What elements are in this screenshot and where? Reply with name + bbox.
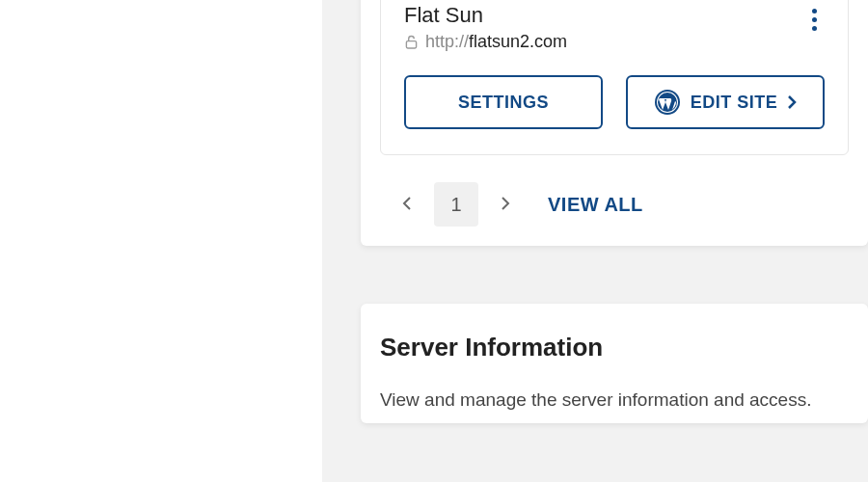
sites-panel: Flat Sun http://flatsun2.com	[361, 0, 868, 246]
prev-page-button[interactable]	[390, 187, 424, 222]
settings-button-label: SETTINGS	[458, 93, 549, 113]
site-card: Flat Sun http://flatsun2.com	[380, 0, 849, 155]
site-url-scheme: http://	[425, 32, 469, 51]
server-info-panel: Server Information View and manage the s…	[361, 304, 868, 423]
edit-site-button[interactable]: EDIT SITE	[626, 75, 825, 129]
settings-button[interactable]: SETTINGS	[404, 75, 603, 129]
current-page-indicator: 1	[434, 182, 478, 227]
site-actions-row: SETTINGS EDIT SITE	[404, 75, 825, 129]
main-column: Flat Sun http://flatsun2.com	[322, 0, 868, 482]
chevron-right-icon	[501, 196, 510, 214]
site-url-host: flatsun2.com	[469, 32, 567, 51]
kebab-dot-icon	[812, 26, 817, 31]
chevron-right-icon	[787, 94, 797, 110]
kebab-dot-icon	[812, 9, 817, 13]
svg-rect-0	[406, 41, 416, 48]
site-url[interactable]: http://flatsun2.com	[425, 32, 567, 52]
wordpress-icon	[654, 89, 681, 116]
pagination: 1 VIEW ALL	[390, 182, 839, 227]
view-all-link[interactable]: VIEW ALL	[548, 194, 643, 216]
server-info-description: View and manage the server information a…	[380, 388, 849, 414]
more-options-button[interactable]	[804, 5, 825, 35]
left-gutter	[0, 0, 322, 482]
chevron-left-icon	[402, 196, 412, 214]
edit-site-button-label: EDIT SITE	[691, 93, 778, 113]
site-header: Flat Sun http://flatsun2.com	[404, 3, 567, 52]
server-info-title: Server Information	[380, 333, 849, 362]
next-page-button[interactable]	[488, 187, 523, 222]
kebab-dot-icon	[812, 17, 817, 22]
site-url-row: http://flatsun2.com	[404, 32, 567, 52]
unlock-icon	[404, 35, 418, 50]
site-title: Flat Sun	[404, 3, 567, 28]
